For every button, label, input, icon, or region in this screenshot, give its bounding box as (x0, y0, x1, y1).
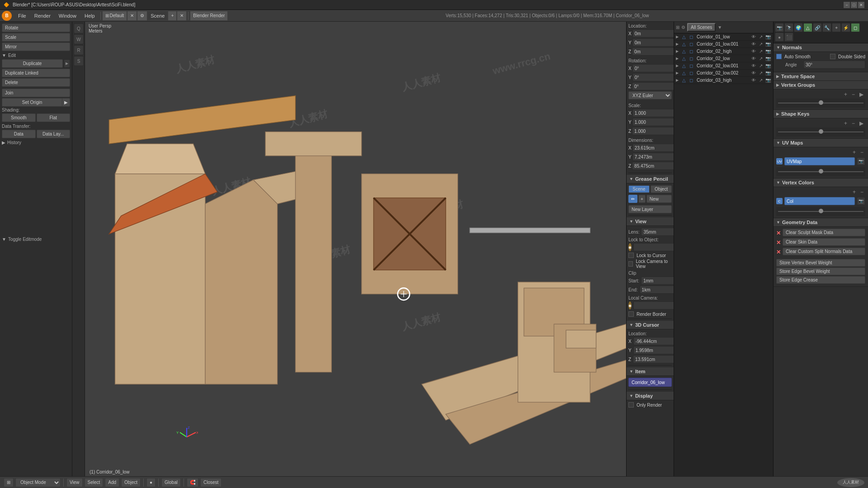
menu-render[interactable]: Render (31, 12, 54, 19)
lock-to-cursor-checkbox[interactable] (628, 253, 634, 258)
outliner-ren-3[interactable]: 📷 (765, 56, 771, 61)
sk-add-btn[interactable]: + (842, 120, 849, 127)
clear-sculpt-x-icon[interactable]: ✕ (776, 230, 781, 236)
props-object-icon[interactable]: △ (803, 23, 812, 32)
gp-new-layer-button[interactable]: New Layer (628, 205, 672, 213)
close-button[interactable]: ✕ (858, 2, 864, 8)
vc-minus-btn[interactable]: − (859, 189, 865, 195)
transform-select[interactable]: Global (161, 478, 181, 487)
outliner-sel-1[interactable]: ↗ (758, 42, 764, 47)
delete-button[interactable]: Delete (2, 78, 70, 87)
render-engine-selector[interactable]: Blender Render (190, 11, 227, 20)
outliner-sel-2[interactable]: ↗ (758, 49, 764, 54)
props-texture-icon[interactable]: ⬛ (784, 33, 793, 42)
viewport-mode-btn[interactable]: ● (146, 478, 156, 487)
vg-slider-track[interactable] (776, 99, 865, 108)
location-x-input[interactable] (632, 29, 674, 38)
vc-name-input[interactable] (784, 197, 855, 205)
statusbar-view-btn[interactable]: ⊞ (4, 478, 14, 487)
sk-minus-btn[interactable]: − (850, 120, 857, 127)
only-render-checkbox[interactable] (628, 402, 634, 408)
duplicate-options[interactable]: ▶ (64, 59, 70, 68)
outliner-settings-btn[interactable]: ⚙ (681, 25, 685, 30)
cursor-z-input[interactable] (633, 355, 674, 363)
outliner-ren-1[interactable]: 📷 (765, 42, 771, 47)
gp-scene-tab[interactable]: Scene (628, 185, 650, 193)
render-border-checkbox[interactable] (628, 311, 634, 317)
vc-slider-track[interactable] (776, 207, 865, 216)
menu-file[interactable]: File (14, 12, 30, 19)
rotate-button[interactable]: Rotate (2, 23, 70, 32)
lock-camera-checkbox[interactable] (628, 261, 633, 267)
dim-z-input[interactable] (632, 162, 674, 170)
view-header[interactable]: ▼ View (627, 217, 674, 226)
clear-skin-x-icon[interactable]: ✕ (776, 239, 781, 246)
props-particles-icon[interactable]: ✦ (832, 23, 841, 32)
outliner-filter-btn[interactable]: ▼ (717, 25, 722, 30)
outliner-ren-4[interactable]: 📷 (765, 63, 771, 68)
duplicate-button[interactable]: Duplicate (2, 59, 63, 68)
props-render-icon[interactable]: 📷 (775, 23, 784, 32)
statusbar-view-item[interactable]: View (66, 478, 83, 487)
vg-minus-btn[interactable]: − (850, 91, 857, 98)
uv-add-btn[interactable]: + (851, 149, 858, 155)
lock-to-obj-input[interactable] (633, 243, 674, 251)
outliner-item-4[interactable]: ▶ △ ◻ Corridor_02_low.001 👁 ↗ 📷 (674, 62, 773, 70)
outliner-item-5[interactable]: ▶ △ ◻ Corridor_02_low.002 👁 ↗ 📷 (674, 70, 773, 77)
outliner-sel-5[interactable]: ↗ (758, 70, 764, 75)
outliner-all-scenes-tab[interactable]: All Scenes (687, 23, 716, 32)
shape-keys-header[interactable]: ▶ Shape Keys (774, 110, 868, 118)
statusbar-select-item[interactable]: Select (85, 478, 104, 487)
maximize-button[interactable]: □ (851, 2, 857, 8)
store-edge-bevel-button[interactable]: Store Edge Bevel Weight (776, 267, 865, 275)
outliner-vis-4[interactable]: 👁 (750, 63, 757, 68)
nav-area[interactable]: 人人素材 (837, 478, 864, 487)
grease-pencil-header[interactable]: ▼ Grease Pencil (627, 175, 674, 183)
outliner-ren-0[interactable]: 📷 (765, 34, 771, 39)
menu-help[interactable]: Help (81, 12, 99, 19)
gp-object-tab[interactable]: Object (651, 185, 672, 193)
double-sided-checkbox[interactable] (830, 54, 835, 59)
cursor-y-input[interactable] (633, 346, 674, 354)
outliner-sel-3[interactable]: ↗ (758, 56, 764, 61)
scale-x-input[interactable] (632, 109, 674, 117)
vt-icon-2[interactable]: W (74, 34, 84, 44)
props-scene-icon[interactable]: 🔭 (784, 23, 793, 32)
pivot-btn[interactable]: Closest (200, 478, 222, 487)
props-modifier-icon[interactable]: 🔧 (822, 23, 831, 32)
sk-slider-track[interactable] (776, 127, 865, 136)
clip-end-input[interactable] (640, 286, 674, 294)
scene-settings-btn[interactable]: ⚙ (137, 11, 147, 20)
item-name-input[interactable] (628, 378, 672, 387)
mirror-button[interactable]: Mirror (2, 42, 70, 51)
statusbar-mode-select[interactable]: Object Mode (15, 478, 61, 487)
store-vertex-bevel-button[interactable]: Store Vertex Bevel Weight (776, 259, 865, 267)
dim-y-input[interactable] (632, 153, 674, 161)
viewport-3d[interactable]: 人人素材 人人素材 人人素材 人人素材 人人素材 人人素材 人人素材 人人素材 … (85, 22, 626, 476)
uv-name-input[interactable] (784, 157, 855, 165)
outliner-item-1[interactable]: ▶ △ ◻ Corridor_01_low.001 👁 ↗ 📷 (674, 41, 773, 48)
scene-close2-btn[interactable]: ✕ (177, 11, 186, 20)
normals-header[interactable]: ▼ Normals (774, 43, 868, 52)
layout-selector[interactable]: ⊞ Default (103, 11, 127, 20)
dim-x-input[interactable] (632, 144, 674, 152)
props-constraints-icon[interactable]: 🔗 (813, 23, 822, 32)
outliner-sel-4[interactable]: ↗ (758, 63, 764, 68)
props-material-icon[interactable]: ● (775, 33, 784, 42)
local-camera-input[interactable] (633, 301, 674, 310)
vt-icon-1[interactable]: Q (74, 23, 84, 33)
store-edge-crease-button[interactable]: Store Edge Crease (776, 276, 865, 284)
rotation-y-input[interactable] (632, 73, 674, 81)
uv-slider-track[interactable] (776, 167, 865, 176)
scale-button[interactable]: Scale (2, 33, 70, 42)
outliner-vis-2[interactable]: 👁 (750, 49, 757, 54)
geometry-data-header[interactable]: ▼ Geometry Data (774, 218, 868, 227)
snap-btn[interactable]: 🧲 (187, 478, 198, 487)
outliner-item-6[interactable]: ▶ △ ◻ Corridor_03_high 👁 ↗ 📷 (674, 77, 773, 84)
props-data-icon[interactable]: ◻ (851, 23, 860, 32)
outliner-item-2[interactable]: ▶ △ ◻ Corridor_02_high 👁 ↗ 📷 (674, 48, 773, 55)
auto-smooth-checkbox[interactable] (776, 54, 782, 59)
texture-space-header[interactable]: ▶ Texture Space (774, 72, 868, 81)
clear-custom-split-x-icon[interactable]: ✕ (776, 249, 781, 255)
outliner-item-0[interactable]: ▶ △ ◻ Corridor_01_low 👁 ↗ 📷 (674, 33, 773, 41)
